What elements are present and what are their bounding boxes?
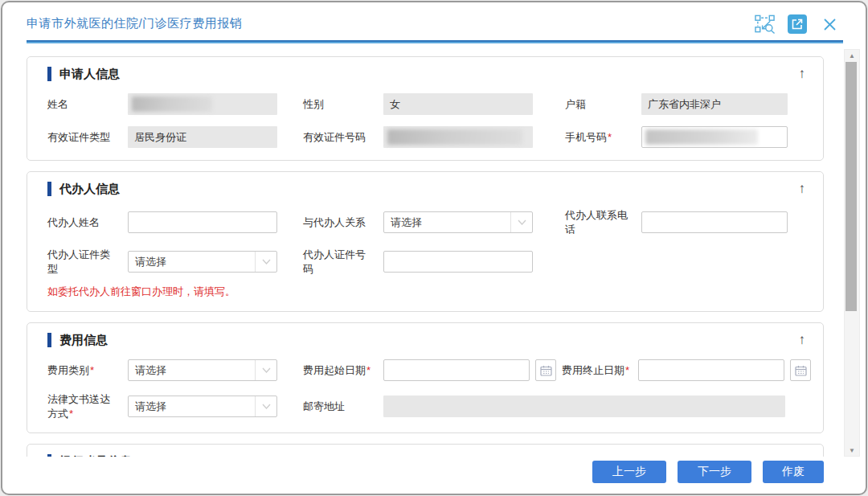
fee-start-date-input[interactable]: [383, 359, 530, 381]
dialog-title: 申请市外就医的住院/门诊医疗费用报销: [27, 16, 242, 31]
section-title: 申请人信息: [59, 67, 120, 82]
scrollbar-up-arrow[interactable]: ▲: [845, 50, 859, 61]
calendar-icon[interactable]: [790, 359, 811, 381]
section-fee-info: 费用信息 ↑ 费用类别* 请选择 费用起始日期*: [27, 322, 824, 433]
redacted-mobile-value: [645, 129, 758, 145]
section-marker-bar: [47, 454, 51, 457]
fee-type-label: 费用类别*: [47, 363, 118, 378]
section-marker-bar: [47, 182, 51, 196]
required-asterisk: *: [625, 364, 629, 376]
agent-id-number-label: 代办人证件号码: [303, 248, 374, 276]
mobile-label: 手机号码*: [565, 130, 634, 145]
mail-address-field: [383, 396, 785, 417]
agent-id-number-input[interactable]: [383, 251, 533, 273]
collapse-arrow-icon[interactable]: ↑: [799, 182, 806, 195]
collapse-arrow-icon[interactable]: ↑: [799, 454, 806, 457]
mail-address-label: 邮寄地址: [303, 400, 374, 414]
section-marker-bar: [47, 333, 51, 347]
header-icon-group: [755, 14, 840, 35]
legal-delivery-label: 法律文书送达方式*: [47, 392, 118, 420]
fee-end-date-input[interactable]: [638, 359, 784, 381]
reimbursement-dialog: 申请市外就医的住院/门诊医疗费用报销: [1, 1, 867, 495]
fee-start-date-label: 费用起始日期*: [303, 363, 374, 378]
scrollbar-thumb[interactable]: [845, 62, 857, 311]
next-step-button[interactable]: 下一步: [678, 461, 751, 483]
section-title: 银行账号信息: [59, 454, 132, 457]
section-marker-bar: [47, 67, 51, 81]
open-external-icon[interactable]: [788, 14, 807, 34]
agent-phone-input[interactable]: [641, 211, 788, 233]
agent-id-type-label: 代办人证件类型: [47, 248, 118, 276]
void-button[interactable]: 作废: [763, 461, 824, 483]
residence-field: 广东省内非深户: [641, 93, 788, 115]
residence-label: 户籍: [565, 97, 634, 112]
required-asterisk: *: [69, 408, 73, 420]
agent-relation-select[interactable]: 请选择: [383, 211, 533, 233]
footer-button-bar: 上一步 下一步 作废: [592, 461, 824, 483]
collapse-arrow-icon[interactable]: ↑: [799, 333, 806, 346]
header-divider: [27, 40, 843, 43]
legal-delivery-select[interactable]: 请选择: [128, 396, 277, 417]
id-type-label: 有效证件类型: [47, 130, 118, 145]
selection-zoom-icon[interactable]: [755, 14, 776, 35]
section-title: 代办人信息: [59, 182, 120, 197]
section-applicant-info: 申请人信息 ↑ 姓名 性别 女 户籍 广东省内非深户 有效证件类型 居民身份证 …: [27, 56, 824, 161]
previous-step-button[interactable]: 上一步: [592, 461, 666, 483]
section-bank-info: 银行账号信息 ↑ 开户银行* 中国银行 银行户名: [27, 444, 824, 457]
name-label: 姓名: [47, 97, 118, 112]
required-asterisk: *: [608, 131, 612, 143]
redacted-id-number-value: [387, 129, 522, 145]
gender-field: 女: [383, 93, 533, 115]
agent-phone-label: 代办人联系电话: [565, 208, 634, 236]
chevron-down-icon: [255, 252, 276, 272]
chevron-down-icon: [255, 396, 276, 416]
fee-type-select[interactable]: 请选择: [128, 359, 277, 381]
close-icon[interactable]: [819, 14, 840, 35]
vertical-scrollbar[interactable]: ▲ ▼: [844, 49, 860, 457]
gender-label: 性别: [303, 97, 374, 112]
id-number-label: 有效证件号码: [303, 130, 374, 145]
agent-fill-note: 如委托代办人前往窗口办理时，请填写。: [47, 285, 804, 299]
fee-end-date-label: 费用终止日期*: [562, 363, 631, 378]
agent-relation-label: 与代办人关系: [303, 215, 374, 230]
scrollbar-down-arrow[interactable]: ▼: [845, 445, 859, 456]
id-type-field: 居民身份证: [128, 126, 277, 148]
form-scroll-area: 申请人信息 ↑ 姓名 性别 女 户籍 广东省内非深户 有效证件类型 居民身份证 …: [2, 48, 846, 457]
section-title: 费用信息: [59, 333, 108, 348]
agent-name-label: 代办人姓名: [47, 215, 118, 230]
calendar-icon[interactable]: [535, 359, 556, 381]
collapse-arrow-icon[interactable]: ↑: [799, 67, 806, 80]
agent-name-input[interactable]: [128, 211, 277, 233]
section-agent-info: 代办人信息 ↑ 代办人姓名 与代办人关系 请选择 代办人联系电话: [27, 171, 824, 312]
redacted-name-value: [132, 96, 212, 112]
chevron-down-icon: [510, 212, 532, 232]
required-asterisk: *: [90, 364, 94, 376]
required-asterisk: *: [366, 364, 371, 376]
agent-id-type-select[interactable]: 请选择: [128, 251, 277, 273]
chevron-down-icon: [255, 360, 276, 380]
